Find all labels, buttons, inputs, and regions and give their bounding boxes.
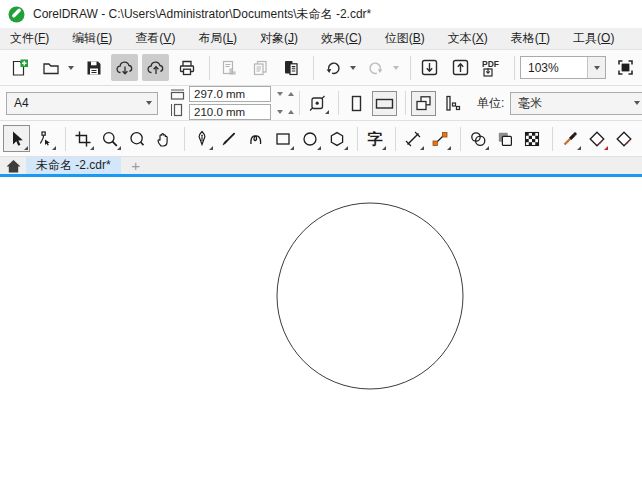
paste-special-button-disabled — [215, 54, 242, 81]
document-tab-bar: 未命名 -2.cdr* + — [0, 157, 642, 177]
crop-tool-icon — [74, 130, 92, 148]
new-document-icon — [10, 59, 29, 77]
cloud-upload-button[interactable] — [142, 54, 169, 81]
paste-button[interactable] — [277, 54, 304, 81]
print-button[interactable] — [173, 54, 200, 81]
ellipse-tool[interactable] — [298, 126, 322, 152]
pan-hand-icon — [155, 130, 173, 148]
menu-object[interactable]: 对象(J) — [252, 28, 306, 49]
paintbrush-icon — [220, 130, 238, 148]
units-caret[interactable] — [628, 93, 642, 114]
home-tab-button[interactable] — [0, 157, 26, 174]
page-width-spinner[interactable] — [277, 92, 294, 96]
paste-special-icon — [220, 59, 238, 77]
units-combobox[interactable]: 毫米 — [510, 92, 642, 115]
zoom-level-value: 103% — [521, 61, 587, 75]
menu-edit[interactable]: 编辑(E) — [64, 28, 120, 49]
undo-dropdown-caret[interactable] — [350, 66, 356, 70]
zoom-out-tool[interactable] — [125, 126, 149, 152]
interactive-fill-icon — [588, 130, 606, 148]
page-dimensions-icon — [443, 94, 461, 113]
menu-table[interactable]: 表格(T) — [503, 28, 558, 49]
polygon-icon — [328, 130, 346, 148]
connector-line-icon — [431, 130, 449, 148]
rectangle-tool[interactable] — [271, 126, 295, 152]
crop-tool[interactable] — [71, 126, 95, 152]
menu-layout[interactable]: 布局(L) — [190, 28, 245, 49]
fit-page-button[interactable] — [305, 91, 330, 116]
page-width-field[interactable]: 297.0 mm — [189, 86, 271, 102]
pattern-fill-tool[interactable] — [520, 126, 544, 152]
fullscreen-preview-icon — [616, 58, 635, 77]
page-dimensions-button[interactable] — [439, 91, 464, 116]
interactive-fill-tool[interactable] — [585, 126, 609, 152]
dimension-line-icon — [404, 130, 422, 148]
eyedropper-icon — [561, 130, 579, 148]
polygon-tool[interactable] — [325, 126, 349, 152]
curve-tool[interactable] — [244, 126, 268, 152]
redo-button-disabled — [362, 54, 389, 81]
magnifier-icon — [128, 130, 146, 148]
publish-pdf-button[interactable]: PDF — [478, 54, 505, 81]
propbar-separator — [338, 91, 339, 115]
redo-icon — [367, 59, 385, 77]
connector-tool[interactable] — [428, 126, 452, 152]
open-dropdown-caret[interactable] — [68, 66, 74, 70]
standard-toolbar: PDF 103% — [0, 50, 642, 86]
menu-tools[interactable]: 工具(O) — [565, 28, 622, 49]
new-document-button[interactable] — [6, 54, 33, 81]
transparency-tool[interactable] — [493, 126, 517, 152]
zoom-level-combobox[interactable]: 103% — [520, 56, 606, 79]
paste-icon — [282, 59, 300, 77]
pan-tool[interactable] — [152, 126, 176, 152]
new-tab-button[interactable]: + — [121, 157, 151, 174]
cloud-download-button[interactable] — [111, 54, 138, 81]
menu-file[interactable]: 文件(F) — [2, 28, 57, 49]
document-tab-active[interactable]: 未命名 -2.cdr* — [26, 157, 121, 174]
toolbar-separator — [514, 56, 515, 80]
export-button[interactable] — [447, 54, 474, 81]
import-button[interactable] — [416, 54, 443, 81]
property-bar: A4 297.0 mm 210.0 mm — [0, 86, 642, 121]
pick-tool[interactable] — [3, 125, 30, 152]
open-button[interactable] — [37, 54, 64, 81]
propbar-separator — [299, 91, 300, 115]
fullscreen-preview-button[interactable] — [612, 54, 639, 81]
export-icon — [451, 58, 470, 77]
page-height-field[interactable]: 210.0 mm — [189, 104, 271, 120]
save-button[interactable] — [80, 54, 107, 81]
landscape-button[interactable] — [372, 91, 397, 116]
undo-icon — [324, 59, 342, 77]
shape-tool-icon — [36, 130, 54, 148]
artistic-media-tool[interactable] — [217, 126, 241, 152]
eyedropper-tool[interactable] — [558, 126, 582, 152]
page-width-icon — [170, 89, 185, 100]
smart-fill-tool[interactable] — [612, 126, 636, 152]
transparency-icon — [496, 130, 514, 148]
smart-fill-icon — [615, 130, 633, 148]
all-pages-button[interactable] — [411, 91, 436, 116]
page-size-glyphs — [170, 89, 185, 117]
text-tool[interactable]: 字 — [363, 126, 387, 152]
menu-bitmaps[interactable]: 位图(B) — [377, 28, 433, 49]
toolbox-separator — [65, 127, 66, 151]
zoom-tool[interactable] — [98, 126, 122, 152]
zoom-level-caret[interactable] — [587, 57, 605, 78]
menu-effects[interactable]: 效果(C) — [313, 28, 370, 49]
menu-view[interactable]: 查看(V) — [127, 28, 183, 49]
drawing-canvas[interactable] — [0, 180, 642, 488]
page-height-spinner[interactable] — [277, 110, 294, 114]
page-size-combobox[interactable]: A4 — [6, 92, 158, 115]
menu-text[interactable]: 文本(X) — [440, 28, 496, 49]
page-height-icon — [170, 103, 185, 117]
toolbox-separator — [460, 127, 461, 151]
shape-tool[interactable] — [33, 126, 57, 152]
undo-button[interactable] — [319, 54, 346, 81]
page-size-caret[interactable] — [140, 93, 157, 114]
shadow-tool[interactable] — [466, 126, 490, 152]
pen-tool[interactable] — [190, 126, 214, 152]
ellipse-icon — [301, 130, 319, 148]
dimension-tool[interactable] — [401, 126, 425, 152]
rectangle-icon — [274, 130, 292, 148]
portrait-button[interactable] — [344, 91, 369, 116]
